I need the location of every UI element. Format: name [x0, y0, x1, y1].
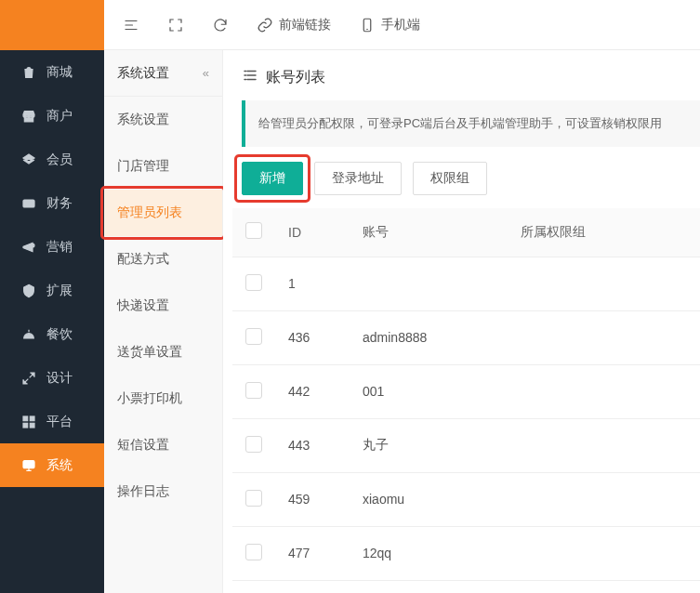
cell-account: 001	[350, 364, 508, 418]
sub-sidebar-title: 系统设置	[117, 65, 169, 82]
row-checkbox[interactable]	[245, 490, 262, 507]
logo-block	[0, 0, 104, 50]
nav-item-member[interactable]: 会员	[0, 138, 104, 181]
col-header-id: ID	[275, 208, 350, 257]
col-header-group: 所属权限组	[508, 208, 700, 257]
nav-item-merchant[interactable]: 商户	[0, 94, 104, 138]
catering-icon	[20, 326, 37, 343]
svg-rect-1	[23, 416, 28, 421]
list-icon	[242, 67, 258, 87]
cell-id: 436	[275, 310, 350, 364]
cell-account: 丸子	[350, 418, 508, 472]
select-all-checkbox[interactable]	[245, 222, 262, 239]
design-icon	[20, 370, 37, 387]
nav-label: 会员	[46, 152, 73, 168]
row-checkbox[interactable]	[245, 328, 262, 345]
cell-group	[508, 418, 700, 472]
nav-label: 商城	[46, 64, 73, 81]
nav-item-system[interactable]: 系统	[0, 443, 104, 487]
mall-icon	[20, 64, 37, 81]
nav-label: 平台	[46, 414, 73, 430]
table-row: 436admin8888	[232, 310, 700, 364]
panel-title-row: 账号列表	[232, 67, 700, 100]
frontend-link-button[interactable]: 前端链接	[257, 17, 331, 33]
nav-label: 扩展	[46, 283, 73, 299]
cell-group	[508, 526, 700, 580]
table-row: 442001	[232, 364, 700, 418]
nav-item-platform[interactable]: 平台	[0, 400, 104, 443]
nav-item-finance[interactable]: 财务	[0, 181, 104, 225]
nav-item-design[interactable]: 设计	[0, 356, 104, 400]
admin-table: ID 账号 所属权限组 1436admin8888442001443丸子459x…	[232, 208, 700, 581]
nav-item-extend[interactable]: 扩展	[0, 269, 104, 312]
cell-id: 442	[275, 364, 350, 418]
nav-label: 营销	[46, 239, 73, 256]
sub-item-2[interactable]: 管理员列表	[104, 190, 222, 236]
nav-item-marketing[interactable]: 营销	[0, 225, 104, 269]
main-sidebar: 商城商户会员财务营销扩展餐饮设计平台系统	[0, 0, 104, 593]
extend-icon	[20, 283, 37, 299]
col-header-account: 账号	[350, 208, 508, 257]
cell-account: xiaomu	[350, 472, 508, 526]
sub-item-4[interactable]: 快递设置	[104, 283, 222, 329]
sub-item-3[interactable]: 配送方式	[104, 236, 222, 283]
nav-item-catering[interactable]: 餐饮	[0, 312, 104, 356]
refresh-button[interactable]	[212, 17, 229, 33]
cell-id: 477	[275, 526, 350, 580]
link-icon	[257, 17, 273, 33]
row-checkbox[interactable]	[245, 382, 262, 399]
cell-id: 443	[275, 418, 350, 472]
sub-item-0[interactable]: 系统设置	[104, 97, 222, 143]
svg-rect-4	[30, 423, 34, 428]
cell-group	[508, 472, 700, 526]
nav-label: 财务	[46, 195, 73, 212]
sub-item-7[interactable]: 短信设置	[104, 422, 222, 468]
svg-rect-5	[23, 460, 34, 468]
cell-account: 12qq	[350, 526, 508, 580]
cell-account	[350, 257, 508, 310]
cell-group	[508, 257, 700, 310]
row-checkbox[interactable]	[245, 274, 262, 291]
platform-icon	[20, 414, 37, 430]
sub-item-6[interactable]: 小票打印机	[104, 376, 222, 422]
permission-group-button[interactable]: 权限组	[413, 162, 487, 195]
menu-collapse-icon	[123, 17, 139, 33]
mobile-button[interactable]: 手机端	[359, 17, 420, 33]
panel-title: 账号列表	[266, 68, 325, 87]
row-checkbox[interactable]	[245, 436, 262, 453]
sub-sidebar: 系统设置 « 系统设置门店管理管理员列表配送方式快递设置送货单设置小票打印机短信…	[104, 50, 223, 593]
frontend-link-label: 前端链接	[279, 17, 331, 33]
login-address-button[interactable]: 登录地址	[314, 162, 402, 195]
cell-group	[508, 364, 700, 418]
highlight-selected-subitem	[100, 186, 226, 240]
cell-account: admin8888	[350, 310, 508, 364]
cell-group	[508, 310, 700, 364]
fullscreen-icon	[167, 17, 184, 33]
member-icon	[20, 152, 37, 168]
sub-sidebar-header: 系统设置 «	[104, 50, 222, 97]
fullscreen-button[interactable]	[167, 17, 184, 33]
svg-rect-3	[23, 423, 28, 428]
table-row: 1	[232, 257, 700, 310]
table-row: 443丸子	[232, 418, 700, 472]
system-icon	[20, 457, 37, 474]
toggle-sidebar-button[interactable]	[123, 17, 139, 33]
mobile-icon	[359, 17, 376, 33]
table-row: 459xiaomu	[232, 472, 700, 526]
sub-item-1[interactable]: 门店管理	[104, 143, 222, 190]
collapse-icon[interactable]: «	[203, 66, 209, 80]
nav-label: 系统	[46, 457, 73, 474]
svg-rect-2	[30, 416, 34, 421]
nav-item-mall[interactable]: 商城	[0, 50, 104, 94]
sub-item-5[interactable]: 送货单设置	[104, 329, 222, 376]
content-panel: 账号列表 给管理员分配权限，可登录PC端后台及手机端管理助手，可设置核销权限用 …	[223, 50, 700, 593]
cell-id: 1	[275, 257, 350, 310]
row-checkbox[interactable]	[245, 544, 262, 560]
nav-label: 设计	[46, 370, 73, 387]
table-row: 47712qq	[232, 526, 700, 580]
nav-label: 商户	[46, 108, 73, 125]
finance-icon	[20, 195, 37, 212]
sub-item-8[interactable]: 操作日志	[104, 468, 222, 515]
add-button[interactable]: 新增	[242, 162, 303, 195]
cell-id: 459	[275, 472, 350, 526]
